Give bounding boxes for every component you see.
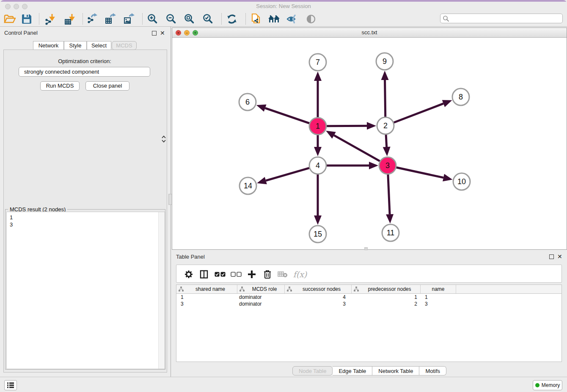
tab-network-table[interactable]: Network Table [372,366,419,375]
column-header-name[interactable]: name [421,285,456,293]
column-header-successor-nodes[interactable]: successor nodes [285,285,352,293]
plus-icon [248,270,256,279]
memory-status-icon [535,383,539,387]
eye-slash-icon [286,14,299,24]
table-panel-close-icon[interactable]: ✕ [557,254,562,259]
graph-edge-4-14[interactable] [266,168,309,181]
column-header-shared-name[interactable]: shared name [176,285,237,293]
hide-selected-button[interactable] [285,12,300,26]
add-column-button[interactable] [245,268,258,281]
tab-network[interactable]: Network [33,41,64,50]
zoom-fit-icon [184,14,195,25]
mcds-result-textarea[interactable]: 1 3 [6,212,165,369]
graph-node-label: 2 [383,121,388,130]
column-header-predecessor-nodes[interactable]: predecessor nodes [352,285,421,293]
zoom-in-icon [147,14,158,25]
split-panel-button[interactable] [198,268,210,281]
table-cell: 2 [352,301,421,307]
import-table-button[interactable] [63,12,77,26]
split-panel-icon [200,270,208,279]
control-panel-title: Control Panel [4,30,38,36]
table-toolbar: f(x) [176,265,562,283]
zoom-selected-icon [203,14,214,25]
toolbar-separator [245,13,246,25]
export-image-button[interactable] [122,12,136,26]
tab-edge-table[interactable]: Edge Table [333,366,372,375]
column-label: name [421,286,456,292]
tab-motifs[interactable]: Motifs [419,366,446,375]
control-panel-close-icon[interactable]: ✕ [160,31,165,36]
home-button[interactable] [267,12,281,26]
task-history-button[interactable] [4,380,17,390]
table-panel-float-icon[interactable] [549,254,554,259]
select-all-button[interactable] [214,268,226,281]
search-icon [443,15,449,22]
mcds-result-text: 1 3 [10,214,13,228]
fx-icon: f(x) [293,270,307,279]
table-cell: dominator [237,294,285,301]
tab-node-table[interactable]: Node Table [292,366,333,375]
refresh-button[interactable] [225,12,239,26]
table-cell: 1 [352,294,421,301]
application-window: Session: New Session [0,0,567,392]
delete-table-icon [278,271,288,278]
export-table-button[interactable] [103,12,118,26]
network-view-frame: ✕ − + scc.txt 7968124314101511 [172,28,567,250]
import-network-button[interactable] [43,12,57,26]
close-panel-button[interactable]: Close panel [85,81,129,91]
memory-button[interactable]: Memory [533,380,562,390]
houses-icon [268,14,281,24]
toolbar-separator [142,13,143,25]
zoom-in-button[interactable] [146,12,160,26]
tab-mcds[interactable]: MCDS [112,41,137,50]
image-icon [124,18,130,23]
search-input[interactable] [449,14,562,22]
search-box[interactable] [440,14,563,23]
graph-node-label: 4 [316,161,320,170]
show-hidden-button[interactable] [304,12,318,26]
graph-edge-2-3[interactable] [386,135,387,147]
network-frame-title: scc.txt [172,28,567,37]
control-panel-float-icon[interactable] [152,31,157,36]
hierarchy-icon [239,287,245,292]
export-network-button[interactable] [85,12,99,26]
mcds-result-scrollbar[interactable] [158,212,165,369]
column-label: MCDS role [245,286,284,292]
deselect-all-button[interactable] [230,268,242,281]
run-mcds-button[interactable]: Run MCDS [40,81,80,91]
tab-select[interactable]: Select [87,41,111,50]
network-canvas[interactable]: 7968124314101511 [172,38,567,249]
down-arrow-icon [50,14,54,20]
open-file-button[interactable] [3,12,17,26]
zoom-out-button[interactable] [164,12,179,26]
network-graph: 7968124314101511 [172,38,567,249]
graph-edge-2-8[interactable] [394,104,443,123]
graph-edge-2-9[interactable] [385,80,385,117]
function-builder-button[interactable]: f(x) [292,268,308,281]
table-row[interactable]: 1dominator411 [176,294,561,301]
delete-column-button[interactable] [261,268,274,281]
table-cell: 4 [285,294,352,301]
table-row[interactable]: 3dominator323 [176,301,561,307]
floppy-disk-icon [21,14,32,25]
graph-edge-1-2[interactable] [327,126,367,126]
graph-edge-3-11[interactable] [388,174,390,214]
duplicate-network-button[interactable] [249,12,263,26]
criterion-select[interactable]: strongly connected component [19,67,150,77]
network-frame-titlebar[interactable]: ✕ − + scc.txt [172,28,567,38]
column-header-MCDS-role[interactable]: MCDS role [237,285,285,293]
gear-button[interactable] [182,268,195,281]
zoom-fit-button[interactable] [182,12,197,26]
save-session-button[interactable] [19,12,34,26]
frame-resize-handle[interactable] [364,247,368,250]
graph-edge-3-1[interactable] [334,135,380,161]
network-icon [88,17,93,23]
graph-edge-3-10[interactable] [396,167,443,177]
tab-style[interactable]: Style [64,41,87,50]
delete-table-button[interactable] [276,268,289,281]
select-stepper-icon [161,135,166,143]
zoom-selected-button[interactable] [201,12,215,26]
graph-node-label: 14 [244,182,252,190]
column-label: successor nodes [292,286,351,292]
graph-edge-1-6[interactable] [265,108,310,123]
